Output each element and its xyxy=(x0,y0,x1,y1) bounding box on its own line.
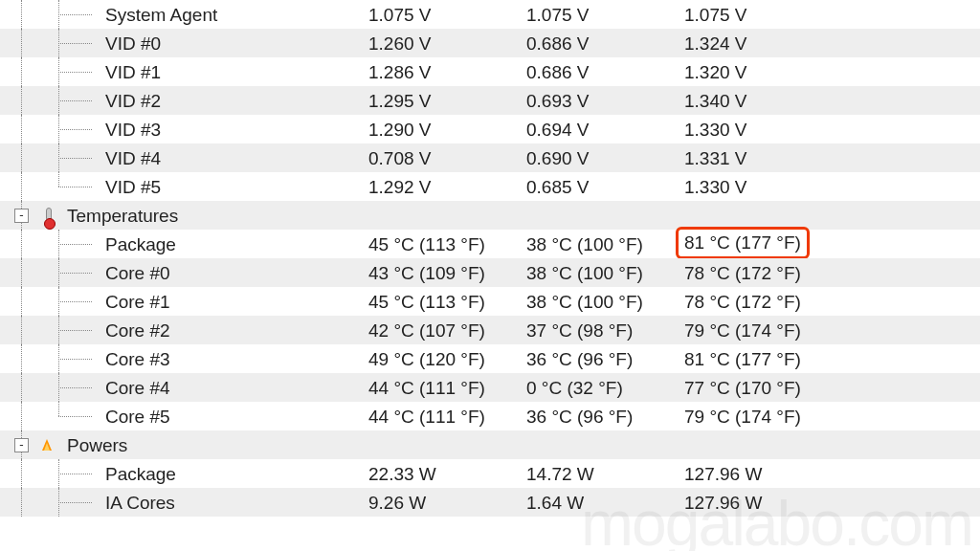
sensor-value-1: 44 °C (111 °F) xyxy=(368,408,526,426)
sensor-name: Core #3 xyxy=(105,350,368,368)
sensor-value-2: 0.694 V xyxy=(526,121,684,139)
sensor-row[interactable]: Package45 °C (113 °F)38 °C (100 °F)81 °C… xyxy=(0,230,980,258)
sensor-name: Package xyxy=(105,235,368,253)
sensor-name: VID #5 xyxy=(105,178,368,196)
expander-icon[interactable]: - xyxy=(14,209,29,223)
sensor-value-3: 79 °C (174 °F) xyxy=(684,321,866,340)
tree-gutter xyxy=(0,316,105,344)
sensor-value-2: 1.075 V xyxy=(526,6,684,24)
sensor-name: VID #2 xyxy=(105,92,368,110)
sensor-value-2: 0.686 V xyxy=(526,34,684,53)
tree-gutter xyxy=(0,230,105,258)
sensor-value-1: 44 °C (111 °F) xyxy=(368,379,526,397)
sensor-name: VID #4 xyxy=(105,149,368,167)
tree-gutter xyxy=(0,57,105,86)
section-title: Temperatures xyxy=(67,207,330,225)
sensor-value-2: 1.64 W xyxy=(526,494,684,512)
expander-icon[interactable]: - xyxy=(14,438,29,452)
sensor-row[interactable]: IA Cores9.26 W1.64 W127.96 W xyxy=(0,488,980,517)
sensor-value-3: 1.331 V xyxy=(684,149,866,167)
sensor-value-3: 1.075 V xyxy=(684,6,866,24)
tree-gutter: - xyxy=(0,430,105,459)
sensor-value-2: 0.693 V xyxy=(526,92,684,110)
sensor-value-3: 81 °C (177 °F) xyxy=(684,229,866,259)
flame-icon xyxy=(40,437,56,452)
sensor-value-2: 0.690 V xyxy=(526,149,684,167)
sensor-value-1: 43 °C (109 °F) xyxy=(368,264,526,282)
sensor-value-2: 37 °C (98 °F) xyxy=(526,321,684,340)
sensor-name: VID #0 xyxy=(105,34,368,53)
sensor-row[interactable]: Core #349 °C (120 °F)36 °C (96 °F)81 °C … xyxy=(0,344,980,373)
sensor-row[interactable]: VID #11.286 V0.686 V1.320 V xyxy=(0,57,980,86)
sensor-value-2: 36 °C (96 °F) xyxy=(526,350,684,368)
section-row-powers[interactable]: -Powers xyxy=(0,430,980,459)
sensor-name: Core #5 xyxy=(105,408,368,426)
sensor-row[interactable]: VID #40.708 V0.690 V1.331 V xyxy=(0,143,980,172)
sensor-value-3: 1.330 V xyxy=(684,178,866,196)
sensor-value-3: 1.340 V xyxy=(684,92,866,110)
sensor-value-1: 1.075 V xyxy=(368,6,526,24)
sensor-row[interactable]: VID #21.295 V0.693 V1.340 V xyxy=(0,86,980,115)
tree-gutter xyxy=(0,373,105,402)
sensor-value-2: 38 °C (100 °F) xyxy=(526,264,684,282)
sensor-name: VID #1 xyxy=(105,63,368,81)
sensor-value-1: 1.290 V xyxy=(368,121,526,139)
sensor-value-1: 0.708 V xyxy=(368,149,526,167)
tree-gutter xyxy=(0,115,105,143)
sensor-row[interactable]: Package22.33 W14.72 W127.96 W xyxy=(0,459,980,488)
tree-gutter xyxy=(0,344,105,373)
tree-gutter xyxy=(0,402,105,430)
sensor-value-2: 0.685 V xyxy=(526,178,684,196)
tree-gutter xyxy=(0,0,105,29)
sensor-row[interactable]: VID #01.260 V0.686 V1.324 V xyxy=(0,29,980,57)
section-row-temperatures[interactable]: -Temperatures xyxy=(0,201,980,230)
sensor-value-1: 1.295 V xyxy=(368,92,526,110)
sensor-value-1: 22.33 W xyxy=(368,465,526,483)
sensor-name: Core #4 xyxy=(105,379,368,397)
sensor-value-3: 127.96 W xyxy=(684,494,866,512)
sensor-tree: System Agent1.075 V1.075 V1.075 VVID #01… xyxy=(0,0,980,517)
tree-gutter: - xyxy=(0,201,105,230)
sensor-row[interactable]: Core #242 °C (107 °F)37 °C (98 °F)79 °C … xyxy=(0,316,980,344)
sensor-value-1: 49 °C (120 °F) xyxy=(368,350,526,368)
sensor-row[interactable]: System Agent1.075 V1.075 V1.075 V xyxy=(0,0,980,29)
sensor-value-2: 38 °C (100 °F) xyxy=(526,293,684,311)
sensor-value-1: 1.286 V xyxy=(368,63,526,81)
sensor-row[interactable]: Core #544 °C (111 °F)36 °C (96 °F)79 °C … xyxy=(0,402,980,430)
sensor-name: Package xyxy=(105,465,368,483)
sensor-value-3: 1.330 V xyxy=(684,121,866,139)
tree-gutter xyxy=(0,258,105,287)
sensor-value-2: 0.686 V xyxy=(526,63,684,81)
section-title: Powers xyxy=(67,436,330,454)
sensor-name: VID #3 xyxy=(105,121,368,139)
sensor-value-3: 1.320 V xyxy=(684,63,866,81)
sensor-value-2: 0 °C (32 °F) xyxy=(526,379,684,397)
sensor-value-1: 45 °C (113 °F) xyxy=(368,235,526,253)
sensor-value-1: 42 °C (107 °F) xyxy=(368,321,526,340)
sensor-value-3: 127.96 W xyxy=(684,465,866,483)
tree-gutter xyxy=(0,287,105,316)
sensor-row[interactable]: Core #145 °C (113 °F)38 °C (100 °F)78 °C… xyxy=(0,287,980,316)
sensor-row[interactable]: Core #444 °C (111 °F)0 °C (32 °F)77 °C (… xyxy=(0,373,980,402)
sensor-value-1: 1.260 V xyxy=(368,34,526,53)
sensor-name: IA Cores xyxy=(105,494,368,512)
sensor-row[interactable]: Core #043 °C (109 °F)38 °C (100 °F)78 °C… xyxy=(0,258,980,287)
sensor-value-2: 38 °C (100 °F) xyxy=(526,235,684,253)
sensor-value-1: 1.292 V xyxy=(368,178,526,196)
tree-gutter xyxy=(0,29,105,57)
sensor-value-3: 81 °C (177 °F) xyxy=(684,350,866,368)
sensor-name: Core #1 xyxy=(105,293,368,311)
sensor-value-3: 79 °C (174 °F) xyxy=(684,408,866,426)
sensor-value-1: 45 °C (113 °F) xyxy=(368,293,526,311)
thermometer-icon xyxy=(40,208,56,223)
tree-gutter xyxy=(0,143,105,172)
sensor-value-3: 77 °C (170 °F) xyxy=(684,379,866,397)
highlight-max-temp: 81 °C (177 °F) xyxy=(676,227,810,259)
sensor-name: System Agent xyxy=(105,6,368,24)
tree-gutter xyxy=(0,86,105,115)
sensor-value-3: 78 °C (172 °F) xyxy=(684,293,866,311)
sensor-value-2: 14.72 W xyxy=(526,465,684,483)
sensor-name: Core #0 xyxy=(105,264,368,282)
sensor-row[interactable]: VID #51.292 V0.685 V1.330 V xyxy=(0,172,980,201)
sensor-row[interactable]: VID #31.290 V0.694 V1.330 V xyxy=(0,115,980,143)
